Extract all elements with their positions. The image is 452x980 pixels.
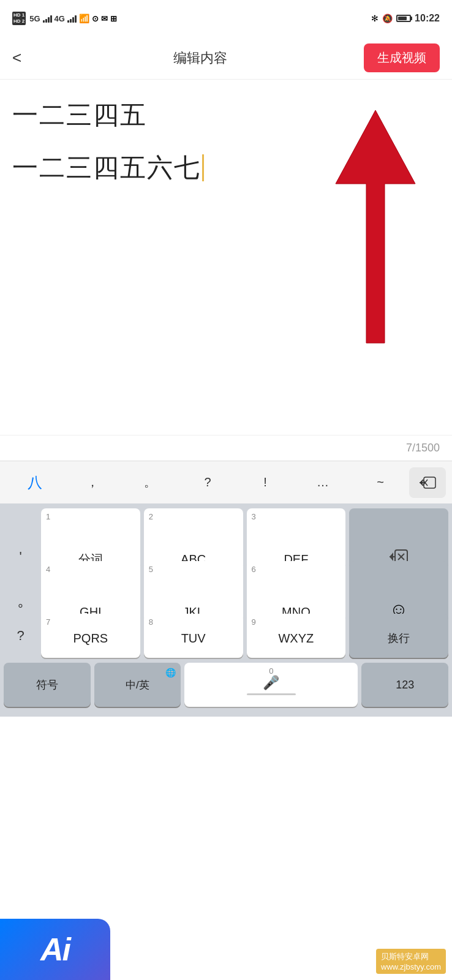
extra-icon: ⊞ (110, 14, 117, 23)
svg-marker-1 (336, 110, 415, 343)
quick-char-question[interactable]: ? (179, 470, 236, 494)
content-area[interactable]: 一二三四五 一二三四五六七 (0, 80, 452, 435)
status-right: ✻ 🔕 10:22 (371, 13, 440, 24)
key-tuv[interactable]: 8 TUV (144, 614, 243, 658)
char-count: 7/1500 (0, 435, 452, 461)
quick-char-ellipsis[interactable]: … (294, 470, 352, 494)
quick-char-tilde[interactable]: ~ (352, 470, 409, 494)
keyboard: ' 1 分词 2 ABC 3 DEF (0, 503, 452, 717)
status-bar: HD 1 HD 2 5G 4G 📶 ⊙ ✉ ⊞ ✻ 🔕 10:22 (0, 0, 452, 37)
5g-label: 5G (29, 14, 40, 23)
mute-icon: 🔕 (382, 13, 393, 23)
text-line-2: 一二三四五六七 (12, 151, 440, 185)
keyboard-row-3: ? 7 PQRS 8 TUV 9 WXYZ 换行 (4, 614, 448, 658)
key-space[interactable]: 🎤 0 (184, 663, 358, 707)
arrow-annotation (311, 104, 434, 361)
hd-badge: HD 1 HD 2 (12, 12, 26, 24)
quick-char-comma[interactable]: ， (64, 469, 121, 496)
ai-logo: Ai (0, 919, 110, 980)
battery (396, 15, 411, 22)
text-cursor (202, 154, 204, 181)
nav-bar: < 编辑内容 生成视频 (0, 37, 452, 80)
generate-video-button[interactable]: 生成视频 (364, 43, 440, 72)
key-question-mark[interactable]: ? (4, 614, 37, 658)
bluetooth-icon: ✻ (371, 13, 379, 23)
key-chinese-english[interactable]: 🌐 中/英 (94, 663, 181, 707)
signal-bars-2 (67, 14, 77, 23)
keyboard-row-4: 符号 🌐 中/英 🎤 0 123 (4, 663, 448, 707)
key-123[interactable]: 123 (361, 663, 448, 707)
quick-input-bar: 八 ， 。 ? ! … ~ (0, 461, 452, 503)
mic-icon: 🎤 (263, 675, 279, 691)
mail-icon: ✉ (101, 14, 108, 23)
wifi-icon: 📶 (79, 13, 89, 23)
quick-char-period[interactable]: 。 (121, 469, 179, 496)
status-left: HD 1 HD 2 5G 4G 📶 ⊙ ✉ ⊞ (12, 12, 117, 24)
watermark: 贝斯特安卓网www.zjbstyy.com (376, 949, 446, 974)
back-button[interactable]: < (12, 48, 37, 67)
status-time: 10:22 (415, 13, 440, 24)
nav-title: 编辑内容 (173, 49, 227, 67)
text-line-1: 一二三四五 (12, 98, 440, 132)
key-symbol[interactable]: 符号 (4, 663, 91, 707)
4g-label: 4G (55, 14, 65, 23)
quick-char-ba[interactable]: 八 (6, 468, 64, 497)
globe-icon: 🌐 (165, 668, 176, 677)
quick-char-exclaim[interactable]: ! (236, 470, 294, 494)
key-pqrs[interactable]: 7 PQRS (41, 614, 140, 658)
svg-marker-9 (390, 552, 393, 561)
nfc-icon: ⊙ (92, 14, 99, 23)
signal-bars-1 (43, 14, 52, 23)
quick-delete-button[interactable] (409, 467, 446, 498)
svg-marker-6 (420, 480, 423, 486)
key-wxyz[interactable]: 9 WXYZ (247, 614, 346, 658)
space-line (247, 693, 296, 695)
key-newline[interactable]: 换行 (349, 614, 448, 658)
